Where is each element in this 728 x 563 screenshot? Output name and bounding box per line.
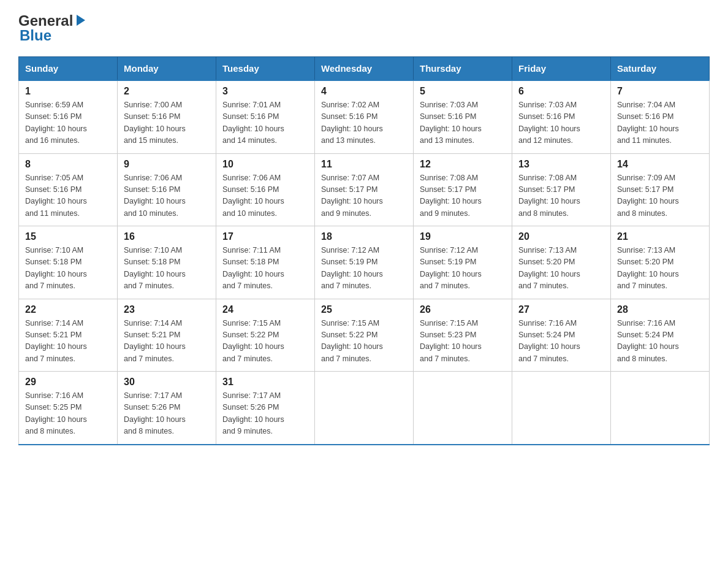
day-info: Sunrise: 7:08 AMSunset: 5:17 PMDaylight:… bbox=[518, 174, 580, 218]
day-number: 11 bbox=[321, 159, 407, 170]
week-row-1: 1 Sunrise: 6:59 AMSunset: 5:16 PMDayligh… bbox=[19, 80, 710, 153]
day-info: Sunrise: 7:06 AMSunset: 5:16 PMDaylight:… bbox=[124, 174, 186, 218]
week-row-4: 22 Sunrise: 7:14 AMSunset: 5:21 PMDaylig… bbox=[19, 299, 710, 372]
calendar-cell: 13 Sunrise: 7:08 AMSunset: 5:17 PMDaylig… bbox=[512, 153, 611, 226]
day-info: Sunrise: 7:00 AMSunset: 5:16 PMDaylight:… bbox=[124, 101, 186, 145]
day-number: 29 bbox=[25, 377, 111, 388]
day-number: 25 bbox=[321, 304, 407, 315]
day-number: 10 bbox=[222, 159, 308, 170]
day-number: 3 bbox=[222, 86, 308, 97]
calendar-cell: 27 Sunrise: 7:16 AMSunset: 5:24 PMDaylig… bbox=[512, 299, 611, 372]
week-row-2: 8 Sunrise: 7:05 AMSunset: 5:16 PMDayligh… bbox=[19, 153, 710, 226]
day-info: Sunrise: 7:10 AMSunset: 5:18 PMDaylight:… bbox=[25, 246, 87, 290]
day-info: Sunrise: 7:06 AMSunset: 5:16 PMDaylight:… bbox=[222, 174, 284, 218]
day-number: 9 bbox=[124, 159, 210, 170]
day-info: Sunrise: 7:17 AMSunset: 5:26 PMDaylight:… bbox=[222, 391, 284, 435]
day-info: Sunrise: 7:15 AMSunset: 5:22 PMDaylight:… bbox=[321, 319, 383, 363]
calendar-cell: 6 Sunrise: 7:03 AMSunset: 5:16 PMDayligh… bbox=[512, 80, 611, 153]
day-info: Sunrise: 6:59 AMSunset: 5:16 PMDaylight:… bbox=[25, 101, 87, 145]
day-number: 14 bbox=[617, 159, 703, 170]
calendar-cell: 20 Sunrise: 7:13 AMSunset: 5:20 PMDaylig… bbox=[512, 226, 611, 299]
calendar-cell: 23 Sunrise: 7:14 AMSunset: 5:21 PMDaylig… bbox=[118, 299, 216, 372]
header-wednesday: Wednesday bbox=[315, 57, 414, 81]
day-info: Sunrise: 7:15 AMSunset: 5:23 PMDaylight:… bbox=[420, 319, 482, 363]
logo-blue-text: Blue bbox=[20, 27, 51, 44]
day-info: Sunrise: 7:14 AMSunset: 5:21 PMDaylight:… bbox=[124, 319, 186, 363]
logo: General Blue bbox=[18, 12, 88, 44]
calendar-cell: 25 Sunrise: 7:15 AMSunset: 5:22 PMDaylig… bbox=[315, 299, 414, 372]
calendar-cell: 8 Sunrise: 7:05 AMSunset: 5:16 PMDayligh… bbox=[19, 153, 118, 226]
day-info: Sunrise: 7:12 AMSunset: 5:19 PMDaylight:… bbox=[321, 246, 383, 290]
day-number: 18 bbox=[321, 231, 407, 242]
day-number: 19 bbox=[420, 231, 506, 242]
day-number: 17 bbox=[222, 231, 308, 242]
calendar-cell: 24 Sunrise: 7:15 AMSunset: 5:22 PMDaylig… bbox=[216, 299, 315, 372]
calendar-cell: 11 Sunrise: 7:07 AMSunset: 5:17 PMDaylig… bbox=[315, 153, 414, 226]
day-number: 24 bbox=[222, 304, 308, 315]
header-friday: Friday bbox=[512, 57, 611, 81]
calendar-cell: 5 Sunrise: 7:03 AMSunset: 5:16 PMDayligh… bbox=[414, 80, 512, 153]
day-number: 20 bbox=[518, 231, 604, 242]
header-saturday: Saturday bbox=[611, 57, 710, 81]
calendar-cell bbox=[512, 372, 611, 445]
calendar-cell: 18 Sunrise: 7:12 AMSunset: 5:19 PMDaylig… bbox=[315, 226, 414, 299]
calendar-cell: 14 Sunrise: 7:09 AMSunset: 5:17 PMDaylig… bbox=[611, 153, 710, 226]
calendar-cell: 9 Sunrise: 7:06 AMSunset: 5:16 PMDayligh… bbox=[118, 153, 216, 226]
day-number: 28 bbox=[617, 304, 703, 315]
day-number: 26 bbox=[420, 304, 506, 315]
day-number: 22 bbox=[25, 304, 111, 315]
day-info: Sunrise: 7:07 AMSunset: 5:17 PMDaylight:… bbox=[321, 174, 383, 218]
day-info: Sunrise: 7:05 AMSunset: 5:16 PMDaylight:… bbox=[25, 174, 87, 218]
day-info: Sunrise: 7:10 AMSunset: 5:18 PMDaylight:… bbox=[124, 246, 186, 290]
week-row-3: 15 Sunrise: 7:10 AMSunset: 5:18 PMDaylig… bbox=[19, 226, 710, 299]
day-number: 23 bbox=[124, 304, 210, 315]
day-number: 16 bbox=[124, 231, 210, 242]
calendar-cell: 30 Sunrise: 7:17 AMSunset: 5:26 PMDaylig… bbox=[118, 372, 216, 445]
calendar-cell: 4 Sunrise: 7:02 AMSunset: 5:16 PMDayligh… bbox=[315, 80, 414, 153]
day-number: 30 bbox=[124, 377, 210, 388]
calendar-table: SundayMondayTuesdayWednesdayThursdayFrid… bbox=[18, 56, 710, 445]
day-number: 21 bbox=[617, 231, 703, 242]
calendar-cell: 28 Sunrise: 7:16 AMSunset: 5:24 PMDaylig… bbox=[611, 299, 710, 372]
calendar-header: SundayMondayTuesdayWednesdayThursdayFrid… bbox=[19, 57, 710, 81]
calendar-cell: 16 Sunrise: 7:10 AMSunset: 5:18 PMDaylig… bbox=[118, 226, 216, 299]
day-number: 7 bbox=[617, 86, 703, 97]
day-number: 15 bbox=[25, 231, 111, 242]
calendar-cell: 12 Sunrise: 7:08 AMSunset: 5:17 PMDaylig… bbox=[414, 153, 512, 226]
calendar-cell: 7 Sunrise: 7:04 AMSunset: 5:16 PMDayligh… bbox=[611, 80, 710, 153]
day-info: Sunrise: 7:09 AMSunset: 5:17 PMDaylight:… bbox=[617, 174, 679, 218]
calendar-cell: 22 Sunrise: 7:14 AMSunset: 5:21 PMDaylig… bbox=[19, 299, 118, 372]
day-info: Sunrise: 7:16 AMSunset: 5:24 PMDaylight:… bbox=[617, 319, 679, 363]
calendar-cell: 10 Sunrise: 7:06 AMSunset: 5:16 PMDaylig… bbox=[216, 153, 315, 226]
header-monday: Monday bbox=[118, 57, 216, 81]
day-number: 27 bbox=[518, 304, 604, 315]
day-info: Sunrise: 7:11 AMSunset: 5:18 PMDaylight:… bbox=[222, 246, 284, 290]
day-info: Sunrise: 7:15 AMSunset: 5:22 PMDaylight:… bbox=[222, 319, 284, 363]
calendar-cell: 26 Sunrise: 7:15 AMSunset: 5:23 PMDaylig… bbox=[414, 299, 512, 372]
calendar-cell: 31 Sunrise: 7:17 AMSunset: 5:26 PMDaylig… bbox=[216, 372, 315, 445]
header-sunday: Sunday bbox=[19, 57, 118, 81]
day-info: Sunrise: 7:08 AMSunset: 5:17 PMDaylight:… bbox=[420, 174, 482, 218]
calendar-cell bbox=[414, 372, 512, 445]
day-number: 4 bbox=[321, 86, 407, 97]
header-tuesday: Tuesday bbox=[216, 57, 315, 81]
day-info: Sunrise: 7:13 AMSunset: 5:20 PMDaylight:… bbox=[518, 246, 580, 290]
calendar-cell: 1 Sunrise: 6:59 AMSunset: 5:16 PMDayligh… bbox=[19, 80, 118, 153]
day-info: Sunrise: 7:01 AMSunset: 5:16 PMDaylight:… bbox=[222, 101, 284, 145]
day-info: Sunrise: 7:12 AMSunset: 5:19 PMDaylight:… bbox=[420, 246, 482, 290]
day-number: 8 bbox=[25, 159, 111, 170]
day-number: 1 bbox=[25, 86, 111, 97]
calendar-cell: 15 Sunrise: 7:10 AMSunset: 5:18 PMDaylig… bbox=[19, 226, 118, 299]
day-number: 31 bbox=[222, 377, 308, 388]
calendar-cell: 2 Sunrise: 7:00 AMSunset: 5:16 PMDayligh… bbox=[118, 80, 216, 153]
day-info: Sunrise: 7:03 AMSunset: 5:16 PMDaylight:… bbox=[420, 101, 482, 145]
calendar-body: 1 Sunrise: 6:59 AMSunset: 5:16 PMDayligh… bbox=[19, 80, 710, 445]
day-number: 5 bbox=[420, 86, 506, 97]
day-info: Sunrise: 7:03 AMSunset: 5:16 PMDaylight:… bbox=[518, 101, 580, 145]
calendar-cell bbox=[611, 372, 710, 445]
day-info: Sunrise: 7:14 AMSunset: 5:21 PMDaylight:… bbox=[25, 319, 87, 363]
calendar-cell bbox=[315, 372, 414, 445]
day-number: 2 bbox=[124, 86, 210, 97]
calendar-cell: 3 Sunrise: 7:01 AMSunset: 5:16 PMDayligh… bbox=[216, 80, 315, 153]
day-info: Sunrise: 7:16 AMSunset: 5:25 PMDaylight:… bbox=[25, 391, 87, 435]
